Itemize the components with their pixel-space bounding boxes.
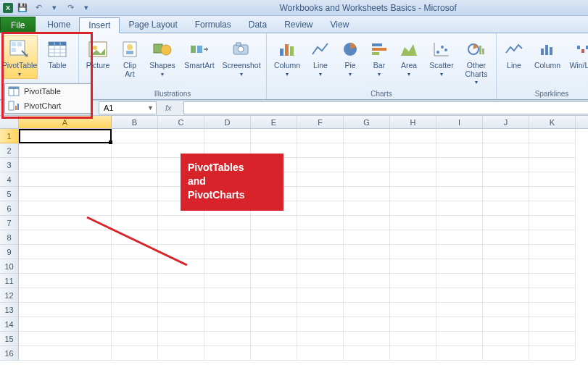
cell[interactable] [112, 187, 158, 201]
tab-page-layout[interactable]: Page Layout [120, 17, 186, 33]
row-header[interactable]: 4 [0, 172, 19, 187]
row-header[interactable]: 1 [0, 129, 19, 143]
cell[interactable] [112, 274, 158, 288]
cell[interactable] [251, 303, 297, 317]
cell[interactable] [204, 317, 251, 332]
cell[interactable] [204, 332, 251, 346]
cell[interactable] [19, 172, 112, 187]
row-header[interactable]: 14 [0, 317, 19, 332]
cell[interactable] [483, 303, 529, 317]
cell[interactable] [251, 230, 297, 245]
sparkline-winloss-button[interactable]: Win/Loss [566, 35, 588, 73]
cell[interactable] [390, 230, 436, 245]
cell[interactable] [204, 288, 251, 303]
cell[interactable] [390, 187, 436, 201]
cell[interactable] [297, 158, 344, 172]
cell[interactable] [344, 317, 390, 332]
row-header[interactable]: 3 [0, 158, 19, 172]
file-tab[interactable]: File [0, 17, 36, 33]
cell[interactable] [483, 172, 529, 187]
cell[interactable] [19, 245, 112, 259]
cell[interactable] [483, 245, 529, 259]
cell[interactable] [204, 303, 251, 317]
cell[interactable] [483, 346, 529, 361]
cell[interactable] [529, 346, 576, 361]
cell[interactable] [251, 288, 297, 303]
scatter-chart-button[interactable]: Scatter▼ [425, 35, 458, 79]
column-chart-button[interactable]: Column▼ [270, 35, 305, 79]
line-chart-button[interactable]: Line▼ [306, 35, 335, 79]
redo-icon[interactable]: ↷ [64, 1, 77, 14]
row-header[interactable]: 15 [0, 332, 19, 346]
formula-input[interactable] [183, 101, 588, 114]
cell[interactable] [297, 259, 344, 274]
col-header-f[interactable]: F [297, 116, 344, 128]
cell[interactable] [19, 143, 112, 158]
cell[interactable] [158, 230, 204, 245]
picture-button[interactable]: Picture [82, 35, 114, 73]
cell[interactable] [251, 259, 297, 274]
cell[interactable] [529, 216, 576, 230]
tab-data[interactable]: Data [240, 17, 276, 33]
cell[interactable] [251, 346, 297, 361]
cell[interactable] [112, 245, 158, 259]
cell[interactable] [19, 187, 112, 201]
cell[interactable] [344, 259, 390, 274]
cell[interactable] [19, 288, 112, 303]
row-header[interactable]: 9 [0, 245, 19, 259]
chevron-down-icon[interactable]: ▼ [145, 104, 156, 112]
col-header-e[interactable]: E [251, 116, 297, 128]
cell[interactable] [297, 201, 344, 216]
cell[interactable] [436, 317, 483, 332]
select-all-corner[interactable] [0, 116, 19, 128]
cell[interactable] [158, 332, 204, 346]
cell[interactable] [529, 274, 576, 288]
cell[interactable] [112, 346, 158, 361]
cell[interactable] [297, 317, 344, 332]
cell[interactable] [19, 201, 112, 216]
cell[interactable] [436, 201, 483, 216]
cell[interactable] [297, 129, 344, 143]
cell[interactable] [344, 274, 390, 288]
col-header-k[interactable]: K [529, 116, 576, 128]
cell[interactable] [436, 245, 483, 259]
cell[interactable] [297, 172, 344, 187]
cell[interactable] [251, 129, 297, 143]
tab-view[interactable]: View [322, 17, 358, 33]
cell[interactable] [436, 230, 483, 245]
cell[interactable] [158, 259, 204, 274]
cell[interactable] [344, 332, 390, 346]
cell[interactable] [297, 303, 344, 317]
cell[interactable] [297, 143, 344, 158]
cell[interactable] [344, 201, 390, 216]
sparkline-column-button[interactable]: Column [530, 35, 565, 73]
cell[interactable] [529, 332, 576, 346]
cell[interactable] [390, 259, 436, 274]
cell[interactable] [436, 274, 483, 288]
col-header-b[interactable]: B [112, 116, 158, 128]
cell[interactable] [204, 129, 251, 143]
cell[interactable] [529, 288, 576, 303]
cell[interactable] [529, 129, 576, 143]
row-header[interactable]: 10 [0, 259, 19, 274]
cell[interactable] [112, 201, 158, 216]
cell[interactable] [529, 317, 576, 332]
col-header-a[interactable]: A [19, 116, 112, 128]
cell[interactable] [483, 288, 529, 303]
cell[interactable] [529, 187, 576, 201]
cell[interactable] [112, 259, 158, 274]
cell[interactable] [390, 216, 436, 230]
col-header-i[interactable]: I [436, 116, 483, 128]
cell[interactable] [344, 230, 390, 245]
cell[interactable] [483, 230, 529, 245]
sparkline-line-button[interactable]: Line [500, 35, 529, 73]
cell[interactable] [19, 317, 112, 332]
cell[interactable] [158, 346, 204, 361]
cell[interactable] [436, 332, 483, 346]
cell[interactable] [436, 143, 483, 158]
cell[interactable] [390, 158, 436, 172]
cell[interactable] [436, 172, 483, 187]
cell[interactable] [251, 216, 297, 230]
clipart-button[interactable]: Clip Art [115, 35, 144, 81]
cell[interactable] [204, 259, 251, 274]
